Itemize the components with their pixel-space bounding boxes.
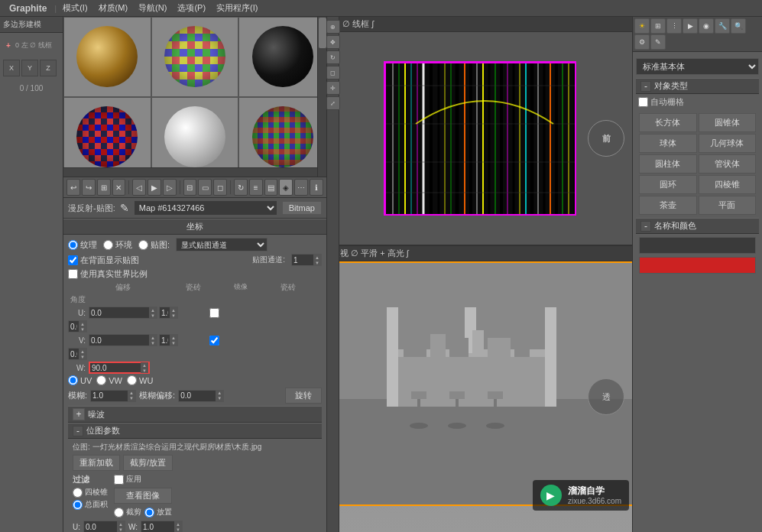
- u-angle-down[interactable]: ▼: [79, 326, 86, 332]
- map-edit-icon[interactable]: ✎: [120, 202, 129, 214]
- obj-pyramid[interactable]: 四棱锥: [699, 175, 757, 194]
- obj-sphere[interactable]: 球体: [639, 134, 697, 153]
- menu-material[interactable]: 材质(M): [94, 1, 133, 15]
- vp-tool-pan[interactable]: ✥: [326, 35, 340, 49]
- u-tiling-down[interactable]: ▼: [170, 313, 177, 318]
- vp-tool-zoom[interactable]: ⊕: [326, 20, 340, 34]
- w-pos-up[interactable]: ▲: [174, 521, 182, 527]
- map-channel-down[interactable]: ▼: [313, 260, 321, 265]
- mat-thumb-5[interactable]: [151, 97, 239, 177]
- v-tile-checkbox[interactable]: [180, 336, 248, 345]
- tb-btn-square[interactable]: ◻: [213, 179, 227, 196]
- obj-plane[interactable]: 平面: [699, 196, 757, 215]
- menu-navigate[interactable]: 导航(N): [134, 1, 171, 15]
- mat-thumb-1[interactable]: [63, 17, 151, 97]
- map-channel-up[interactable]: ▲: [313, 255, 321, 260]
- axis-btn-z[interactable]: Z: [40, 60, 57, 76]
- mat-scroll-horizontal[interactable]: [63, 167, 317, 177]
- radio-map[interactable]: 贴图:: [138, 239, 170, 251]
- apply-checkbox[interactable]: 应用: [114, 474, 172, 485]
- noise-plus-btn[interactable]: +: [73, 408, 85, 420]
- obj-geosphere[interactable]: 几何球体: [699, 134, 757, 153]
- rt-motion-icon[interactable]: ▶: [683, 18, 698, 34]
- u-angle-spinbox[interactable]: ▲ ▼: [68, 320, 87, 332]
- crop-radio[interactable]: 截剪: [114, 507, 141, 517]
- v-angle-up[interactable]: ▲: [79, 349, 86, 354]
- u-angle-up[interactable]: ▲: [79, 321, 86, 326]
- tb-btn-rotate-left[interactable]: ↩: [66, 179, 80, 196]
- obj-tube[interactable]: 管状体: [699, 154, 757, 174]
- v-offset-spinbox[interactable]: ▲ ▼: [89, 334, 157, 346]
- w-angle-up[interactable]: ▲: [141, 362, 148, 368]
- vp-tool-rotate[interactable]: ↻: [326, 50, 340, 64]
- map-select[interactable]: Map #614327466: [134, 200, 277, 216]
- auto-grid-checkbox[interactable]: 自动栅格: [638, 96, 684, 108]
- blur-spinbox[interactable]: ▲ ▼: [90, 390, 136, 402]
- radio-wu[interactable]: WU: [127, 375, 153, 385]
- w-angle-spinbox[interactable]: ▲ ▼: [89, 362, 150, 374]
- rt-hierarchy-icon[interactable]: ⋮: [666, 18, 682, 34]
- obj-cone[interactable]: 圆锥体: [699, 113, 757, 132]
- tb-btn-refresh[interactable]: ↻: [234, 179, 248, 196]
- rt-pencil-icon[interactable]: ✎: [650, 34, 666, 50]
- place-radio[interactable]: 放置: [144, 507, 172, 517]
- axis-btn-x[interactable]: X: [3, 60, 20, 76]
- tb-btn-minus[interactable]: ⊟: [183, 179, 197, 196]
- vp-tool-move[interactable]: ✛: [326, 81, 340, 95]
- vp-tool-select[interactable]: ◻: [326, 66, 340, 79]
- menu-mode[interactable]: 模式(I): [58, 1, 92, 15]
- rt-search-icon[interactable]: 🔍: [731, 18, 746, 34]
- obj-type-selector[interactable]: 标准基本体: [636, 58, 759, 75]
- u-offset-down[interactable]: ▼: [149, 313, 157, 318]
- object-name-input[interactable]: [639, 237, 756, 254]
- view-image-button[interactable]: 查看图像: [114, 488, 172, 504]
- obj-type-collapse[interactable]: -: [640, 81, 651, 92]
- vp-tool-scale[interactable]: ⤢: [326, 96, 340, 110]
- obj-box[interactable]: 长方体: [639, 113, 697, 132]
- tb-btn-info[interactable]: ℹ: [310, 179, 323, 196]
- display-channel-select[interactable]: 显式贴图通道: [176, 238, 268, 251]
- tb-btn-rect[interactable]: ▭: [198, 179, 212, 196]
- obj-torus[interactable]: 圆环: [639, 175, 697, 194]
- v-tiling-spinbox[interactable]: ▲ ▼: [159, 334, 178, 346]
- show-backface-checkbox[interactable]: 在背面显示贴图: [68, 255, 139, 266]
- rt-sun-icon[interactable]: ☀: [634, 18, 650, 34]
- v-offset-up[interactable]: ▲: [149, 335, 157, 340]
- rt-grid-icon[interactable]: ⊞: [650, 18, 666, 34]
- w-pos-spinbox[interactable]: ▲ ▼: [141, 521, 183, 532]
- radio-env[interactable]: 环境: [103, 239, 132, 251]
- u-pos-up[interactable]: ▲: [117, 521, 125, 527]
- radio-texture[interactable]: 纹理: [68, 239, 97, 251]
- tb-btn-list[interactable]: ≡: [249, 179, 263, 196]
- u-offset-spinbox[interactable]: ▲ ▼: [89, 307, 157, 319]
- object-color-swatch[interactable]: [639, 257, 756, 274]
- blur-offset-up[interactable]: ▲: [216, 391, 223, 396]
- rt-display-icon[interactable]: ◉: [699, 18, 714, 34]
- w-angle-down[interactable]: ▼: [141, 368, 148, 373]
- u-tiling-spinbox[interactable]: ▲ ▼: [159, 307, 178, 319]
- filter-area[interactable]: 总面积: [73, 499, 108, 510]
- rotate-button[interactable]: 旋转: [285, 388, 322, 404]
- bitmap-button[interactable]: Bitmap: [282, 201, 322, 215]
- u-tiling-up[interactable]: ▲: [170, 307, 177, 313]
- mat-thumb-3[interactable]: [238, 17, 326, 97]
- perspective-nav-gizmo[interactable]: 透: [588, 378, 624, 415]
- u-pos-down[interactable]: ▼: [117, 527, 125, 532]
- mat-thumb-2[interactable]: [151, 17, 239, 97]
- blur-up[interactable]: ▲: [128, 391, 135, 396]
- tb-btn-grid[interactable]: ⊞: [97, 179, 111, 196]
- copy-paste-button[interactable]: 截剪/放置: [123, 455, 173, 471]
- position-collapse-btn[interactable]: -: [73, 426, 83, 436]
- menu-options[interactable]: 选项(P): [173, 1, 210, 15]
- blur-down[interactable]: ▼: [128, 396, 135, 401]
- mat-scroll-vertical[interactable]: [317, 17, 326, 177]
- front-nav-gizmo[interactable]: 前: [588, 120, 624, 157]
- tb-btn-grid2[interactable]: ▤: [264, 179, 278, 196]
- filter-pyramid[interactable]: 四棱锥: [73, 487, 108, 498]
- v-angle-down[interactable]: ▼: [79, 354, 86, 359]
- mat-thumb-6[interactable]: [238, 97, 326, 177]
- rt-settings-icon[interactable]: ⚙: [634, 34, 650, 50]
- tb-btn-diamond[interactable]: ◈: [279, 179, 293, 196]
- tb-btn-prev[interactable]: ◁: [132, 179, 146, 196]
- map-channel-spinbox[interactable]: ▲ ▼: [291, 254, 322, 266]
